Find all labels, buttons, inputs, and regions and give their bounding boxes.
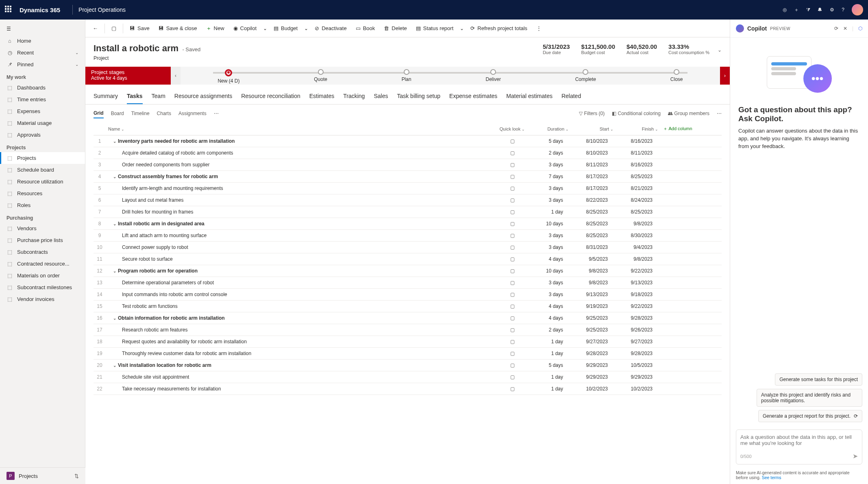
copilot-button[interactable]: ◉Copilot — [229, 23, 261, 34]
grid-overflow-button[interactable]: ⋯ — [717, 111, 722, 116]
start-cell[interactable]: 8/25/2023 — [571, 218, 616, 230]
duration-cell[interactable]: 2 days — [531, 147, 571, 159]
task-name-cell[interactable]: Schedule site visit appointment — [106, 371, 494, 383]
duration-cell[interactable]: 3 days — [531, 194, 571, 206]
caret-down-icon[interactable]: ⌄ — [113, 363, 116, 368]
nav-item[interactable]: ⬚Purchase price lists — [0, 234, 85, 246]
col-finish[interactable]: Finish⌄ — [616, 122, 661, 135]
start-cell[interactable]: 10/2/2023 — [571, 383, 616, 395]
expand-header-button[interactable]: ⌄ — [718, 43, 722, 53]
nav-item[interactable]: ⬚Roles — [0, 199, 85, 211]
nav-item[interactable]: ⬚Contracted resource... — [0, 258, 85, 270]
duration-cell[interactable]: 3 days — [531, 242, 571, 253]
copilot-input[interactable] — [740, 434, 858, 451]
quicklook-cell[interactable]: ▢ — [494, 242, 531, 253]
stage-node[interactable]: New (4 D) — [218, 69, 239, 84]
start-cell[interactable]: 8/17/2023 — [571, 183, 616, 194]
stage-node[interactable]: Quote — [314, 69, 327, 82]
subtab[interactable]: Charts — [157, 109, 171, 118]
duration-cell[interactable]: 3 days — [531, 159, 571, 171]
tab[interactable]: Tasks — [127, 89, 143, 104]
task-name-cell[interactable]: ⌄Inventory parts needed for robotic arm … — [106, 135, 494, 147]
finish-cell[interactable]: 9/28/2023 — [616, 348, 661, 360]
quicklook-cell[interactable]: ▢ — [494, 289, 531, 301]
table-row[interactable]: 2Acquire detailed catalog of robotic arm… — [94, 147, 722, 159]
nav-item[interactable]: ⬚Vendor invoices — [0, 293, 85, 305]
start-cell[interactable]: 9/19/2023 — [571, 301, 616, 312]
stage-node[interactable]: Close — [670, 69, 683, 82]
quicklook-cell[interactable]: ▢ — [494, 336, 531, 348]
start-cell[interactable]: 8/17/2023 — [571, 171, 616, 183]
subtab-more[interactable]: ⋯ — [214, 109, 219, 118]
nav-item[interactable]: ⬚Materials on order — [0, 270, 85, 281]
quicklook-cell[interactable]: ▢ — [494, 183, 531, 194]
finish-cell[interactable]: 9/18/2023 — [616, 289, 661, 301]
caret-down-icon[interactable]: ⌄ — [113, 269, 116, 273]
nav-item[interactable]: ⬚Schedule board — [0, 164, 85, 176]
quicklook-cell[interactable]: ▢ — [494, 206, 531, 218]
tab[interactable]: Material estimates — [506, 89, 553, 104]
start-cell[interactable]: 8/31/2023 — [571, 242, 616, 253]
nav-app-switcher[interactable]: P Projects ⇅ — [0, 467, 85, 484]
quicklook-cell[interactable]: ▢ — [494, 348, 531, 360]
task-name-cell[interactable]: Secure robot to surface — [106, 253, 494, 265]
start-cell[interactable]: 8/25/2023 — [571, 206, 616, 218]
table-row[interactable]: 11Secure robot to surface▢4 days9/5/2023… — [94, 253, 722, 265]
start-cell[interactable]: 8/10/2023 — [571, 147, 616, 159]
start-cell[interactable]: 9/27/2023 — [571, 336, 616, 348]
duration-cell[interactable]: 3 days — [531, 183, 571, 194]
duration-cell[interactable]: 4 days — [531, 253, 571, 265]
finish-cell[interactable]: 8/16/2023 — [616, 159, 661, 171]
status-split[interactable]: ⌄ — [458, 23, 466, 34]
stage-node[interactable]: Deliver — [486, 69, 501, 82]
duration-cell[interactable]: 3 days — [531, 230, 571, 242]
table-row[interactable]: 6Layout and cut metal frames▢3 days8/22/… — [94, 194, 722, 206]
delete-button[interactable]: 🗑︎Delete — [380, 23, 411, 34]
start-cell[interactable]: 9/25/2023 — [571, 324, 616, 336]
table-row[interactable]: 12⌄Program robotic arm for operation▢10 … — [94, 265, 722, 277]
quicklook-cell[interactable]: ▢ — [494, 218, 531, 230]
col-start[interactable]: Start⌄ — [571, 122, 616, 135]
duration-cell[interactable]: 3 days — [531, 277, 571, 289]
duration-cell[interactable]: 1 day — [531, 348, 571, 360]
table-row[interactable]: 14Input commands into robotic arm contro… — [94, 289, 722, 301]
tab[interactable]: Resource assignments — [174, 89, 232, 104]
table-row[interactable]: 19Thoroughly review customer data for ro… — [94, 348, 722, 360]
task-name-cell[interactable]: Identify arm-length and mounting require… — [106, 183, 494, 194]
task-name-cell[interactable]: Layout and cut metal frames — [106, 194, 494, 206]
table-row[interactable]: 18Request quotes and availability for ro… — [94, 336, 722, 348]
copilot-settings-icon[interactable]: ⬡ — [858, 26, 862, 31]
finish-cell[interactable]: 9/8/2023 — [616, 218, 661, 230]
task-name-cell[interactable]: Input commands into robotic arm control … — [106, 289, 494, 301]
copilot-suggestion[interactable]: Generate some tasks for this project — [775, 373, 862, 386]
app-launcher-icon[interactable] — [5, 6, 13, 14]
nav-item[interactable]: ⬚Projects — [0, 152, 85, 164]
nav-item[interactable]: ⬚Expenses — [0, 105, 85, 117]
duration-cell[interactable]: 2 days — [531, 324, 571, 336]
nav-item[interactable]: ⬚Subcontracts — [0, 246, 85, 258]
finish-cell[interactable]: 10/5/2023 — [616, 360, 661, 371]
finish-cell[interactable]: 9/4/2023 — [616, 242, 661, 253]
filters-button[interactable]: ▽ Filters (0) — [579, 111, 605, 116]
task-name-cell[interactable]: ⌄Obtain information for robotic arm inst… — [106, 312, 494, 324]
new-button[interactable]: ＋New — [202, 22, 228, 35]
duration-cell[interactable]: 1 day — [531, 336, 571, 348]
stage-label[interactable]: Project stages Active for 4 days — [85, 67, 171, 85]
table-row[interactable]: 16⌄Obtain information for robotic arm in… — [94, 312, 722, 324]
nav-item[interactable]: ⬚Resources — [0, 187, 85, 199]
finish-cell[interactable]: 9/26/2023 — [616, 324, 661, 336]
stage-node[interactable]: Complete — [575, 69, 596, 82]
col-add[interactable]: ＋ Add column — [661, 122, 722, 135]
finish-cell[interactable]: 9/27/2023 — [616, 336, 661, 348]
open-button[interactable]: ▢ — [107, 23, 120, 34]
copilot-send-button[interactable]: ➤ — [853, 452, 858, 460]
duration-cell[interactable]: 1 day — [531, 206, 571, 218]
caret-down-icon[interactable]: ⌄ — [113, 174, 116, 179]
quicklook-cell[interactable]: ▢ — [494, 171, 531, 183]
table-row[interactable]: 17Research robotic arm features▢2 days9/… — [94, 324, 722, 336]
task-name-cell[interactable]: Request quotes and availability for robo… — [106, 336, 494, 348]
task-name-cell[interactable]: Thoroughly review customer data for robo… — [106, 348, 494, 360]
nav-item[interactable]: ⬚Subcontract milestones — [0, 281, 85, 293]
subtab[interactable]: Grid — [94, 109, 104, 118]
quicklook-cell[interactable]: ▢ — [494, 135, 531, 147]
